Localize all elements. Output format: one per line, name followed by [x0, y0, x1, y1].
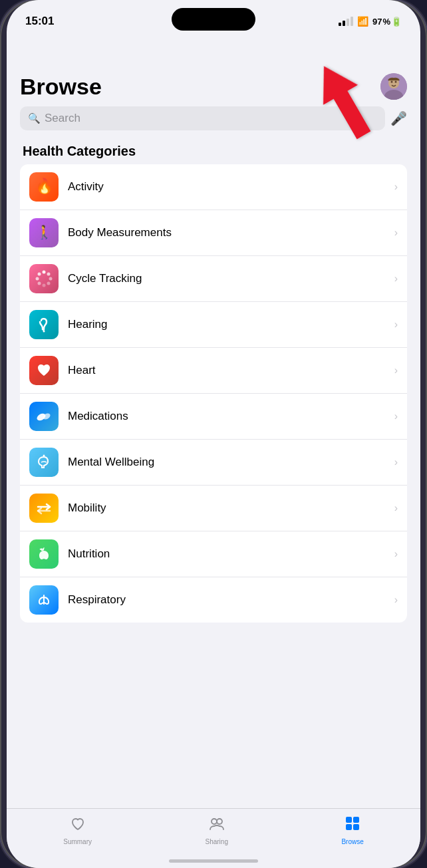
category-item-activity[interactable]: 🔥 Activity › — [20, 164, 407, 210]
summary-label: Summary — [63, 838, 92, 845]
heart-label: Heart — [68, 364, 394, 377]
svg-rect-28 — [353, 824, 359, 830]
main-content: Browse — [7, 33, 420, 841]
mobility-icon — [29, 494, 59, 523]
svg-point-11 — [49, 277, 53, 281]
cycle-chevron: › — [394, 273, 398, 285]
status-icons: 📶 97 % 🔋 — [339, 16, 402, 27]
mic-icon[interactable]: 🎤 — [390, 110, 407, 126]
home-indicator — [169, 859, 258, 863]
heart-chevron: › — [394, 364, 398, 376]
activity-label: Activity — [68, 180, 394, 194]
svg-point-16 — [38, 273, 41, 276]
phone-frame: 15:01 📶 97 % 🔋 Browse — [0, 0, 427, 868]
section-header: Health Categories — [20, 144, 407, 159]
svg-point-4 — [395, 81, 397, 83]
medications-label: Medications — [68, 410, 394, 423]
svg-point-12 — [47, 282, 51, 285]
dynamic-island — [172, 8, 255, 31]
nutrition-chevron: › — [394, 548, 398, 560]
svg-point-20 — [43, 455, 45, 457]
category-item-hearing[interactable]: Hearing › — [20, 302, 407, 348]
search-placeholder: Search — [45, 112, 80, 125]
body-label: Body Measurements — [68, 226, 394, 239]
hearing-label: Hearing — [68, 318, 394, 331]
page-title: Browse — [20, 74, 102, 100]
wifi-icon: 📶 — [357, 16, 368, 27]
search-bar[interactable]: 🔍 Search — [20, 106, 385, 130]
mental-icon — [29, 448, 59, 477]
category-item-mobility[interactable]: Mobility › — [20, 486, 407, 531]
signal-bars-icon — [339, 17, 353, 26]
mental-chevron: › — [394, 456, 398, 468]
svg-point-9 — [43, 271, 46, 274]
avatar-image — [380, 73, 407, 100]
header: Browse — [20, 33, 407, 106]
hearing-icon — [29, 310, 59, 339]
mental-label: Mental Wellbeing — [68, 456, 394, 469]
status-time: 15:01 — [25, 15, 54, 28]
medications-icon — [29, 402, 59, 431]
svg-rect-25 — [346, 817, 352, 823]
category-item-heart[interactable]: Heart › — [20, 348, 407, 394]
medications-chevron: › — [394, 410, 398, 422]
summary-icon — [70, 815, 86, 835]
battery-percent: % — [382, 17, 390, 27]
svg-rect-26 — [353, 817, 359, 823]
battery-icon: 97 % 🔋 — [372, 17, 402, 27]
svg-point-24 — [217, 819, 222, 824]
tab-sharing[interactable]: Sharing — [205, 815, 227, 845]
svg-point-23 — [212, 819, 217, 824]
respiratory-chevron: › — [394, 594, 398, 606]
respiratory-label: Respiratory — [68, 593, 394, 607]
svg-point-19 — [42, 412, 51, 421]
body-icon: 🚶 — [29, 218, 59, 247]
activity-chevron: › — [394, 181, 398, 193]
cycle-icon — [29, 264, 59, 293]
category-item-body[interactable]: 🚶 Body Measurements › — [20, 210, 407, 256]
heart-icon — [29, 356, 59, 385]
signal-bar-3 — [347, 19, 349, 26]
tab-summary[interactable]: Summary — [63, 815, 92, 845]
hearing-chevron: › — [394, 319, 398, 331]
battery-level: 97 — [372, 17, 382, 27]
search-icon: 🔍 — [28, 112, 41, 124]
category-item-medications[interactable]: Medications › — [20, 394, 407, 440]
signal-bar-2 — [343, 21, 345, 26]
svg-rect-27 — [346, 824, 352, 830]
svg-text:🚶: 🚶 — [36, 224, 53, 240]
mobility-chevron: › — [394, 502, 398, 514]
body-chevron: › — [394, 227, 398, 239]
svg-point-10 — [47, 273, 51, 276]
cycle-label: Cycle Tracking — [68, 272, 394, 285]
category-item-nutrition[interactable]: Nutrition › — [20, 531, 407, 577]
sharing-icon — [208, 815, 225, 835]
respiratory-icon — [29, 585, 59, 615]
sharing-label: Sharing — [205, 838, 227, 845]
browse-label: Browse — [341, 838, 363, 845]
mobility-label: Mobility — [68, 502, 394, 515]
svg-point-15 — [36, 277, 39, 281]
svg-point-17 — [43, 331, 45, 333]
category-item-respiratory[interactable]: Respiratory › — [20, 577, 407, 623]
nutrition-icon — [29, 539, 59, 569]
category-list: 🔥 Activity › 🚶 Body Measurements › — [20, 164, 407, 623]
svg-point-14 — [38, 282, 41, 285]
nutrition-label: Nutrition — [68, 547, 394, 561]
svg-point-13 — [43, 284, 46, 287]
phone-screen: 15:01 📶 97 % 🔋 Browse — [7, 0, 420, 868]
tab-browse[interactable]: Browse — [341, 815, 363, 845]
svg-point-3 — [391, 81, 393, 83]
avatar[interactable] — [380, 73, 407, 100]
category-item-cycle[interactable]: Cycle Tracking › — [20, 256, 407, 302]
signal-bar-1 — [339, 23, 341, 26]
svg-text:🔥: 🔥 — [35, 178, 54, 195]
category-item-mental[interactable]: Mental Wellbeing › — [20, 440, 407, 486]
browse-icon — [345, 815, 360, 835]
activity-icon: 🔥 — [29, 172, 59, 202]
signal-bar-4 — [351, 17, 353, 26]
search-container: 🔍 Search 🎤 — [20, 106, 407, 130]
